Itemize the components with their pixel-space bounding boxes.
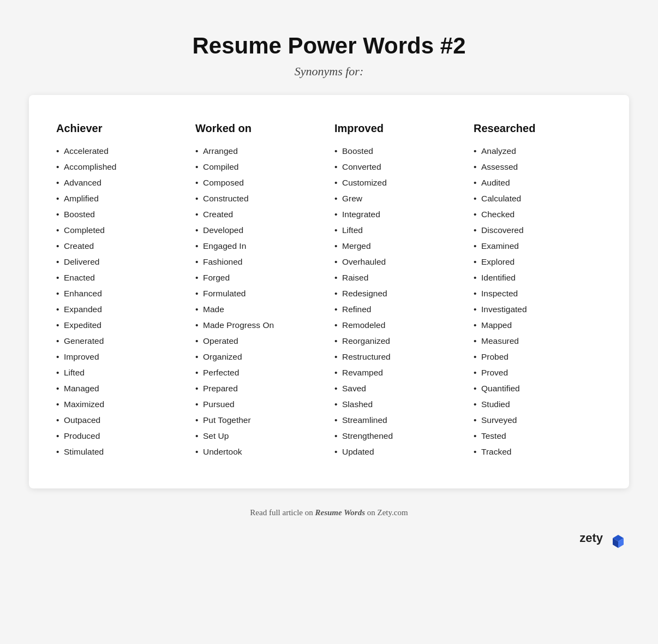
list-item: Converted [334,160,463,174]
list-item: Discovered [474,224,602,237]
list-item: Overhauled [334,255,463,269]
footer-after: on Zety.com [365,508,408,517]
list-item: Grew [334,192,463,205]
list-item: Maximized [56,398,184,411]
list-item: Outpaced [56,414,184,427]
list-item: Examined [474,240,602,253]
list-item: Streamlined [334,414,463,427]
list-item: Mapped [474,319,602,332]
list-item: Accelerated [56,145,184,158]
list-item: Expedited [56,319,184,332]
list-item: Inspected [474,287,602,300]
list-item: Engaged In [195,240,324,253]
word-list-3: AnalyzedAssessedAuditedCalculatedChecked… [474,145,602,458]
list-item: Tracked [474,445,602,458]
zety-cube-icon [607,527,629,549]
list-item: Proved [474,366,602,379]
list-item: Boosted [56,208,184,221]
list-item: Tested [474,430,602,443]
list-item: Expanded [56,303,184,316]
column-title-1: Worked on [195,122,324,135]
footer-before: Read full article on [250,508,315,517]
list-item: Quantified [474,382,602,395]
list-item: Updated [334,445,463,458]
list-item: Made [195,303,324,316]
list-item: Created [195,208,324,221]
list-item: Integrated [334,208,463,221]
list-item: Improved [56,350,184,363]
column-title-0: Achiever [56,122,184,135]
list-item: Compiled [195,160,324,174]
list-item: Pursued [195,398,324,411]
list-item: Enhanced [56,287,184,300]
column-title-2: Improved [334,122,463,135]
list-item: Forged [195,271,324,284]
list-item: Reorganized [334,335,463,348]
footer-text: Read full article on Resume Words on Zet… [250,508,408,517]
list-item: Studied [474,398,602,411]
list-item: Raised [334,271,463,284]
list-item: Lifted [334,224,463,237]
column-0: AchieverAcceleratedAccomplishedAdvancedA… [56,122,184,461]
list-item: Audited [474,176,602,189]
list-item: Prepared [195,382,324,395]
list-item: Identified [474,271,602,284]
list-item: Merged [334,240,463,253]
list-item: Made Progress On [195,319,324,332]
list-item: Checked [474,208,602,221]
list-item: Refined [334,303,463,316]
list-item: Constructed [195,192,324,205]
list-item: Calculated [474,192,602,205]
list-item: Analyzed [474,145,602,158]
list-item: Restructured [334,350,463,363]
list-item: Advanced [56,176,184,189]
list-item: Accomplished [56,160,184,174]
page-title: Resume Power Words #2 [192,33,465,59]
page-subtitle: Synonyms for: [295,64,363,79]
list-item: Completed [56,224,184,237]
list-item: Boosted [334,145,463,158]
list-item: Composed [195,176,324,189]
list-item: Stimulated [56,445,184,458]
list-item: Set Up [195,430,324,443]
list-item: Delivered [56,255,184,269]
list-item: Strengthened [334,430,463,443]
list-item: Slashed [334,398,463,411]
list-item: Surveyed [474,414,602,427]
list-item: Perfected [195,366,324,379]
list-item: Explored [474,255,602,269]
list-item: Produced [56,430,184,443]
list-item: Enacted [56,271,184,284]
zety-logo-text: zety [579,531,603,545]
list-item: Created [56,240,184,253]
list-item: Amplified [56,192,184,205]
list-item: Lifted [56,366,184,379]
list-item: Formulated [195,287,324,300]
list-item: Saved [334,382,463,395]
list-item: Probed [474,350,602,363]
zety-logo-area: zety [29,527,629,549]
list-item: Arranged [195,145,324,158]
list-item: Organized [195,350,324,363]
list-item: Put Together [195,414,324,427]
list-item: Assessed [474,160,602,174]
column-1: Worked onArrangedCompiledComposedConstru… [195,122,324,461]
content-card: AchieverAcceleratedAccomplishedAdvancedA… [29,95,629,488]
list-item: Operated [195,335,324,348]
word-list-1: ArrangedCompiledComposedConstructedCreat… [195,145,324,458]
word-list-0: AcceleratedAccomplishedAdvancedAmplified… [56,145,184,458]
list-item: Developed [195,224,324,237]
list-item: Measured [474,335,602,348]
list-item: Investigated [474,303,602,316]
list-item: Undertook [195,445,324,458]
column-3: ResearchedAnalyzedAssessedAuditedCalcula… [474,122,602,461]
list-item: Revamped [334,366,463,379]
column-2: ImprovedBoostedConvertedCustomizedGrewIn… [334,122,463,461]
list-item: Generated [56,335,184,348]
list-item: Managed [56,382,184,395]
list-item: Remodeled [334,319,463,332]
list-item: Fashioned [195,255,324,269]
columns-grid: AchieverAcceleratedAccomplishedAdvancedA… [56,122,602,461]
list-item: Redesigned [334,287,463,300]
footer-italic: Resume Words [315,508,365,517]
